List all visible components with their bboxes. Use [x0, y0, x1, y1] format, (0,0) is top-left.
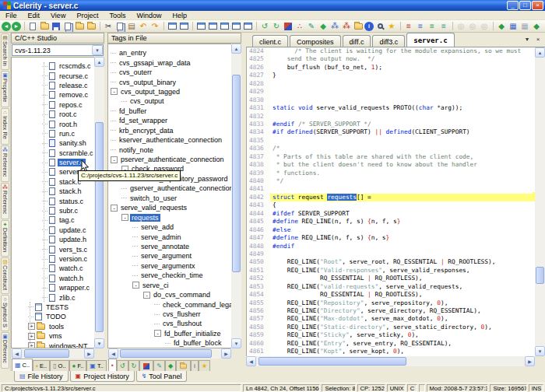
minimize-button[interactable]: _ [507, 1, 519, 10]
tags-favorites-tab[interactable]: ★ [199, 360, 210, 371]
editor-tab-server-c[interactable]: server.c [406, 33, 454, 47]
info-button[interactable]: i [364, 22, 374, 31]
collapse-toggle-icon[interactable]: - [121, 214, 128, 221]
tree-item[interactable]: remove.c [12, 90, 104, 100]
tree-item[interactable]: wrapper.c [12, 283, 104, 292]
tree-item[interactable]: root.c [12, 110, 104, 119]
new-window-button[interactable] [167, 21, 178, 32]
project-history-tab[interactable]: ▣Project History [70, 371, 135, 382]
paste-button[interactable]: ▤ [126, 21, 137, 32]
tree-item[interactable]: serve_admin [108, 232, 241, 241]
collapse-toggle-icon[interactable]: - [154, 330, 161, 337]
tree-item[interactable]: +windows-NT [12, 341, 104, 348]
tags-goto-tab[interactable]: ◆ [165, 360, 176, 371]
view-5-button[interactable] [242, 21, 253, 32]
scrollbar-thumb[interactable] [95, 122, 104, 332]
tree-item[interactable]: scramble.c [12, 149, 104, 158]
tree-item[interactable]: rcscmds.c [12, 61, 104, 71]
tree-item[interactable]: fd_set_wrapper [108, 116, 241, 125]
tags-info-tab[interactable]: i [191, 360, 199, 371]
list-red-button[interactable]: ≡ [403, 21, 414, 32]
new-file-button[interactable] [27, 21, 38, 32]
tree-item[interactable]: subr.c [12, 206, 104, 215]
scrollbar-thumb[interactable] [258, 357, 406, 366]
save-all-button[interactable] [62, 21, 73, 32]
studio-open-tab[interactable]: ▯O.. [50, 360, 69, 371]
tree-item[interactable]: gserver_authenticate_connection [108, 184, 241, 193]
redo-button[interactable]: ↷ [149, 21, 160, 32]
tree-item[interactable]: stack.h [12, 187, 104, 196]
view-3-button[interactable] [219, 21, 230, 32]
scroll-left-button[interactable]: ◀ [246, 356, 256, 366]
tree-item[interactable]: -pserver_authenticate_connection [108, 155, 241, 164]
tags-refresh-all-tab[interactable]: ↻ [128, 360, 140, 371]
scrollbar-thumb[interactable] [536, 267, 544, 284]
tree-item[interactable]: switch_to_user [108, 194, 241, 203]
scroll-up-button[interactable]: ▲ [231, 44, 241, 54]
tree-item[interactable]: krb_encrypt_data [108, 126, 241, 135]
list-blue-button[interactable]: ≡ [415, 21, 426, 32]
disabled-1-button[interactable]: ◎ [455, 21, 466, 32]
clone-window-button[interactable] [178, 21, 189, 32]
tree-item[interactable]: notify_note [108, 145, 241, 154]
menu-file[interactable]: File [0, 11, 23, 20]
tree-item[interactable]: release.c [12, 81, 104, 90]
tree-item[interactable]: -fd_buffer_initialize [108, 329, 241, 338]
scroll-left-button[interactable]: ◀ [108, 348, 118, 359]
search-button[interactable] [374, 21, 385, 32]
tags-edit-tab[interactable]: ✎ [153, 360, 165, 371]
tree-item[interactable]: sanity.sh [12, 138, 104, 148]
view-1-button[interactable] [195, 21, 206, 32]
class-tree-button[interactable]: ∴ [294, 21, 305, 32]
menu-tools[interactable]: Tools [104, 11, 131, 20]
menu-project[interactable]: Project [71, 11, 104, 20]
collapse-toggle-icon[interactable]: - [143, 292, 150, 299]
studio-classes-tab[interactable]: ▦C.. [12, 359, 33, 371]
apply-green-2-button[interactable]: ◆ [531, 21, 542, 32]
tree-item[interactable]: TESTS [12, 303, 104, 312]
tree-item[interactable]: -serve_valid_requests [108, 203, 241, 212]
tree-item[interactable]: cvs_gssapi_wrap_data [108, 58, 241, 67]
tree-item[interactable]: run.c [12, 129, 104, 138]
collapse-toggle-icon[interactable]: - [111, 156, 118, 163]
close-document-button[interactable]: × [533, 35, 543, 44]
grid-gray-button[interactable]: ▦ [519, 21, 530, 32]
scroll-right-button[interactable]: ▶ [525, 356, 535, 366]
open-recent-button[interactable] [86, 21, 97, 32]
tree-item[interactable]: check_command_legal_p [108, 299, 241, 309]
favorites-button[interactable]: ★ [386, 21, 397, 32]
tree-item[interactable]: -serve_ci [108, 281, 241, 290]
code-editor[interactable]: 4824 /* The client is waiting for the mo… [246, 47, 535, 356]
tree-item[interactable]: tag.c [12, 215, 104, 225]
tool-panel-tab[interactable]: ↯Tool Panel [136, 371, 188, 382]
edit-pencil-button[interactable]: ✎ [306, 21, 317, 32]
forward-button[interactable]: ► [12, 22, 21, 31]
view-4-button[interactable] [230, 21, 241, 32]
tree-item[interactable]: version.c [12, 254, 104, 264]
scroll-down-button[interactable]: ▼ [231, 338, 241, 348]
scroll-right-button[interactable]: ▶ [84, 348, 94, 359]
grid-blue-button[interactable]: ▦ [508, 21, 519, 32]
tree-item[interactable]: update.h [12, 235, 104, 244]
tree-item[interactable]: root.h [12, 119, 104, 128]
editor-tab-diff-c[interactable]: diff.c [343, 35, 371, 47]
scroll-up-button[interactable]: ▲ [94, 57, 104, 67]
tree-item[interactable]: cvs_output_binary [108, 77, 241, 86]
tree-item[interactable]: serve_checkin_time [108, 271, 241, 280]
scroll-up-button[interactable]: ▲ [535, 47, 545, 58]
tree-item[interactable]: repos.c [12, 100, 104, 110]
folder-view-button[interactable] [353, 21, 364, 32]
studio-tags-tab[interactable]: ▣T.. [86, 360, 106, 371]
tree-item[interactable]: -cvs_output_tagged [108, 87, 241, 96]
save-file-button[interactable] [51, 21, 62, 32]
file-history-tab[interactable]: ▤File History [14, 371, 69, 382]
editor-tab-diff3-c[interactable]: diff3.c [372, 35, 405, 47]
close-button[interactable]: × [532, 1, 543, 10]
open-file-button[interactable] [39, 21, 50, 32]
tree-item[interactable]: +vms [12, 331, 104, 341]
tree-item[interactable]: watch.h [12, 274, 104, 283]
side-tab-symbol-search[interactable]: ○Symbol S [1, 295, 9, 331]
side-tab-properties[interactable]: ▣Propertie [1, 71, 9, 107]
collapse-toggle-icon[interactable]: - [111, 205, 118, 212]
menu-edit[interactable]: Edit [23, 11, 46, 20]
